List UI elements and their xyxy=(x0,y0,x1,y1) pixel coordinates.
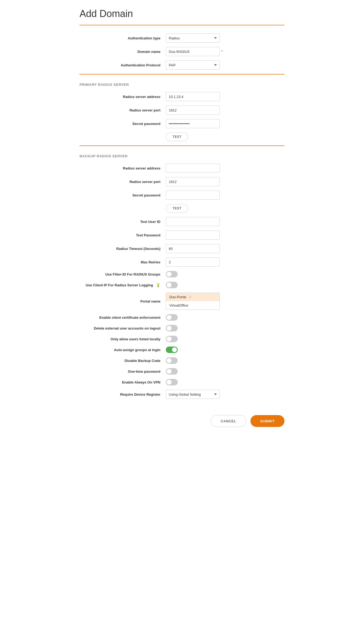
filter-id-slider xyxy=(166,271,178,277)
auto-assign-row: Auto-assign groups at login xyxy=(80,347,284,353)
portal-name-row: Portal name Duo-Portal ✓ VirtualOffice xyxy=(80,293,284,310)
client-ip-toggle[interactable] xyxy=(166,282,178,288)
cert-enforcement-label: Enable client certificate enforcement xyxy=(80,316,166,320)
radius-timeout-label: Radius Timeout (Seconds) xyxy=(80,247,166,251)
primary-server-address-input[interactable] xyxy=(166,92,220,101)
top-divider xyxy=(80,25,284,25)
require-device-label: Require Device Register xyxy=(80,392,166,396)
test-password-label: Test Password xyxy=(80,233,166,237)
primary-server-address-label: Radius server address xyxy=(80,95,166,99)
only-local-slider xyxy=(166,336,178,342)
primary-server-port-row: Radius server port xyxy=(80,106,284,115)
domain-name-label: Domain name xyxy=(80,50,166,54)
require-device-select[interactable]: Using Global Setting Required Not Requir… xyxy=(166,390,220,399)
disable-backup-row: Disable Backup Code xyxy=(80,357,284,364)
always-on-vpn-label: Enable Always On VPN xyxy=(80,380,166,384)
client-ip-row: Use Client IP For Radius Server Logging … xyxy=(80,282,284,288)
required-star: * xyxy=(221,49,223,54)
primary-divider xyxy=(80,74,284,74)
primary-secret-password-input[interactable] xyxy=(166,119,220,128)
backup-radius-section: BACKUP RADIUS SERVER Radius server addre… xyxy=(80,154,284,399)
authentication-type-row: Authentication type Radius LDAP Local xyxy=(80,33,284,43)
delete-external-row: Delete external user accounts on logout xyxy=(80,325,284,331)
primary-server-address-row: Radius server address xyxy=(80,92,284,101)
authentication-type-select[interactable]: Radius LDAP Local xyxy=(166,33,220,43)
backup-server-port-input[interactable] xyxy=(166,177,220,186)
one-time-password-label: One-time password xyxy=(80,369,166,374)
portal-name-label: Portal name xyxy=(80,299,166,303)
cancel-button[interactable]: CANCEL xyxy=(211,415,246,427)
filter-id-toggle-wrapper xyxy=(166,271,178,277)
authentication-protocol-row: Authentication Protocol PAP CHAP MS-CHAP… xyxy=(80,60,284,70)
require-device-row: Require Device Register Using Global Set… xyxy=(80,390,284,399)
backup-server-address-input[interactable] xyxy=(166,164,220,173)
test-user-id-input[interactable] xyxy=(166,217,220,226)
cert-enforcement-row: Enable client certificate enforcement xyxy=(80,314,284,321)
primary-radius-title: PRIMARY RADIUS SERVER xyxy=(80,83,284,87)
primary-server-port-label: Radius server port xyxy=(80,108,166,112)
authentication-protocol-select[interactable]: PAP CHAP MS-CHAPv2 xyxy=(166,60,220,70)
backup-radius-title: BACKUP RADIUS SERVER xyxy=(80,154,284,158)
backup-divider xyxy=(80,145,284,146)
hint-icon: 💡 xyxy=(156,283,160,287)
client-ip-toggle-wrapper xyxy=(166,282,178,288)
auto-assign-label: Auto-assign groups at login xyxy=(80,348,166,352)
max-retries-label: Max Retries xyxy=(80,260,166,264)
portal-list[interactable]: Duo-Portal ✓ VirtualOffice xyxy=(166,293,220,310)
always-on-vpn-toggle[interactable] xyxy=(166,379,178,385)
delete-external-label: Delete external user accounts on logout xyxy=(80,326,166,330)
only-local-label: Only allow users listed locally xyxy=(80,337,166,341)
backup-test-row: TEST xyxy=(80,204,284,213)
backup-server-address-row: Radius server address xyxy=(80,164,284,173)
backup-server-address-label: Radius server address xyxy=(80,166,166,170)
primary-secret-password-label: Secret password xyxy=(80,122,166,126)
backup-server-port-label: Radius server port xyxy=(80,180,166,184)
delete-external-slider xyxy=(166,325,178,331)
top-form-section: Authentication type Radius LDAP Local Do… xyxy=(80,33,284,70)
radius-timeout-input[interactable] xyxy=(166,244,220,253)
max-retries-row: Max Retries xyxy=(80,257,284,267)
primary-radius-section: PRIMARY RADIUS SERVER Radius server addr… xyxy=(80,83,284,141)
filter-id-label: Use Filter-ID For RADIUS Groups xyxy=(80,272,166,276)
page-title: Add Domain xyxy=(80,8,284,19)
radius-timeout-row: Radius Timeout (Seconds) xyxy=(80,244,284,253)
filter-id-toggle[interactable] xyxy=(166,271,178,277)
max-retries-input[interactable] xyxy=(166,257,220,267)
cert-enforcement-toggle[interactable] xyxy=(166,314,178,321)
primary-test-row: TEST xyxy=(80,133,284,141)
primary-test-button[interactable]: TEST xyxy=(166,133,188,141)
footer-buttons: CANCEL SUBMIT xyxy=(80,410,284,427)
portal-item-duo[interactable]: Duo-Portal ✓ xyxy=(166,293,219,301)
only-local-row: Only allow users listed locally xyxy=(80,336,284,342)
auto-assign-slider xyxy=(166,347,178,353)
primary-server-port-input[interactable] xyxy=(166,106,220,115)
test-password-row: Test Password xyxy=(80,230,284,240)
submit-button[interactable]: SUBMIT xyxy=(250,415,284,427)
one-time-password-row: One-time password xyxy=(80,368,284,375)
authentication-type-label: Authentication type xyxy=(80,36,166,40)
check-mark: ✓ xyxy=(189,295,192,299)
only-local-toggle[interactable] xyxy=(166,336,178,342)
domain-name-row: Domain name * xyxy=(80,47,284,56)
auto-assign-toggle[interactable] xyxy=(166,347,178,353)
client-ip-slider xyxy=(166,282,178,288)
backup-secret-password-input[interactable] xyxy=(166,191,220,200)
primary-secret-password-row: Secret password xyxy=(80,119,284,128)
filter-id-row: Use Filter-ID For RADIUS Groups xyxy=(80,271,284,277)
always-on-vpn-row: Enable Always On VPN xyxy=(80,379,284,385)
delete-external-toggle[interactable] xyxy=(166,325,178,331)
one-time-password-slider xyxy=(166,368,178,375)
portal-item-virtual[interactable]: VirtualOffice xyxy=(166,301,219,310)
backup-secret-password-label: Secret password xyxy=(80,193,166,197)
test-user-id-label: Test User ID xyxy=(80,220,166,224)
disable-backup-slider xyxy=(166,357,178,364)
test-password-input[interactable] xyxy=(166,230,220,240)
disable-backup-toggle[interactable] xyxy=(166,357,178,364)
authentication-protocol-label: Authentication Protocol xyxy=(80,63,166,67)
backup-secret-password-row: Secret password xyxy=(80,191,284,200)
cert-enforcement-slider xyxy=(166,314,178,321)
backup-test-button[interactable]: TEST xyxy=(166,204,188,213)
test-user-id-row: Test User ID xyxy=(80,217,284,226)
domain-name-input[interactable] xyxy=(166,47,220,56)
one-time-password-toggle[interactable] xyxy=(166,368,178,375)
